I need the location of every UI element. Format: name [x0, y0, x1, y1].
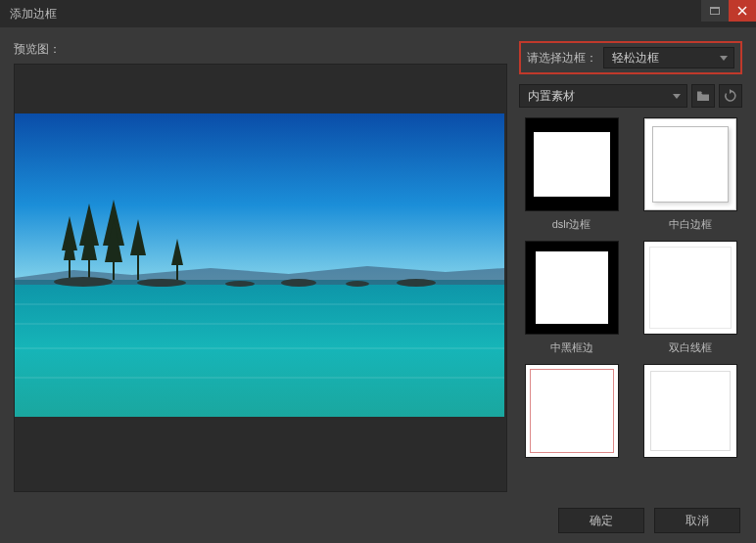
frame-label: 双白线框 — [669, 340, 712, 354]
frame-thumbnails: dslr边框 中白边框 中黑框边 双白线框 — [519, 117, 742, 492]
footer: 确定 取消 — [0, 498, 756, 543]
frame-option-white-thin[interactable] — [638, 364, 742, 477]
frame-selector-row: 请选择边框： 轻松边框 — [519, 41, 742, 74]
frame-selector-dropdown[interactable]: 轻松边框 — [603, 47, 734, 68]
preview-label: 预览图： — [14, 41, 507, 58]
svg-point-21 — [225, 281, 255, 287]
frame-option-black-mid[interactable]: 中黑框边 — [519, 241, 624, 354]
frame-thumb — [525, 241, 619, 335]
frame-option-dslr[interactable]: dslr边框 — [519, 117, 624, 231]
frame-thumb — [525, 117, 619, 211]
svg-point-23 — [346, 281, 369, 287]
cancel-button[interactable]: 取消 — [654, 508, 740, 533]
svg-point-20 — [137, 279, 186, 287]
frame-thumb — [525, 364, 619, 458]
preview-area — [14, 64, 507, 492]
frame-option-red-line[interactable] — [519, 364, 624, 477]
frame-label: 中白边框 — [669, 217, 712, 231]
frame-thumb — [643, 364, 737, 458]
folder-icon — [696, 90, 710, 102]
frame-option-white-mid[interactable]: 中白边框 — [638, 117, 742, 231]
close-icon — [737, 6, 747, 16]
window-controls — [701, 0, 756, 22]
open-folder-button[interactable] — [691, 84, 715, 108]
frame-thumb — [643, 241, 737, 335]
svg-point-22 — [281, 279, 316, 287]
frame-selector-label: 请选择边框： — [527, 50, 597, 67]
titlebar: 添加边框 — [0, 0, 756, 27]
frame-thumb — [643, 117, 737, 211]
source-value: 内置素材 — [528, 88, 575, 105]
maximize-button[interactable] — [701, 0, 729, 22]
svg-marker-29 — [730, 89, 732, 94]
preview-image — [15, 113, 504, 417]
source-row: 内置素材 — [519, 84, 742, 108]
source-dropdown[interactable]: 内置素材 — [519, 84, 687, 108]
refresh-button[interactable] — [719, 84, 742, 108]
frame-label: dslr边框 — [552, 217, 591, 231]
frame-label: 中黑框边 — [550, 340, 593, 354]
refresh-icon — [724, 89, 737, 103]
svg-point-24 — [397, 279, 436, 287]
add-frame-dialog: 添加边框 预览图： — [0, 0, 756, 543]
ok-button[interactable]: 确定 — [558, 508, 644, 533]
content: 预览图： — [0, 27, 756, 498]
right-panel: 请选择边框： 轻松边框 内置素材 dslr边框 — [519, 41, 742, 492]
svg-point-19 — [54, 277, 113, 287]
left-panel: 预览图： — [14, 41, 507, 492]
frame-option-double-white[interactable]: 双白线框 — [638, 241, 742, 354]
window-title: 添加边框 — [10, 6, 57, 23]
maximize-icon — [710, 7, 720, 15]
close-button[interactable] — [729, 0, 756, 22]
frame-selector-value: 轻松边框 — [612, 50, 659, 67]
